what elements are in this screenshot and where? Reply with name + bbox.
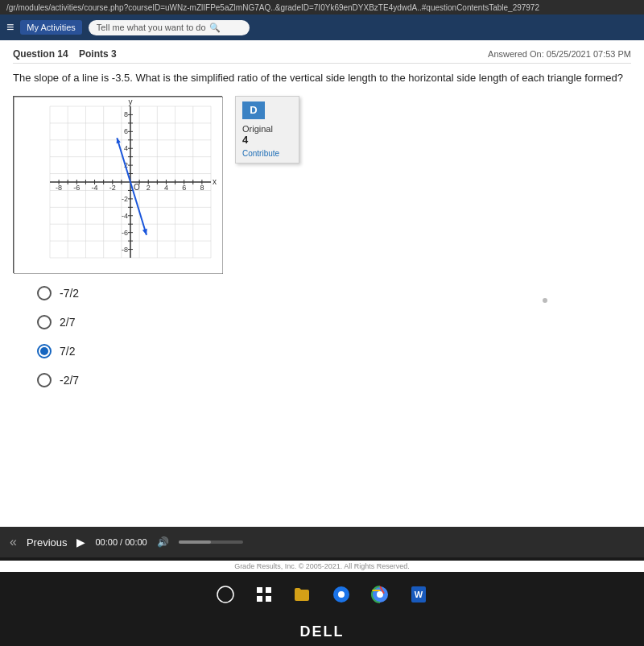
taskbar-chrome-icon[interactable]: [367, 582, 393, 607]
dell-logo: DELL: [300, 623, 345, 640]
nav-bar: ≡ My Activities Tell me what you want to…: [0, 14, 644, 40]
choice-d-label: -2/7: [60, 374, 79, 387]
choice-a[interactable]: -7/2: [37, 286, 631, 300]
footer: Grade Results, Inc. © 2005-2021. All Rig…: [0, 561, 644, 572]
question-info: Question 14 Points 3: [13, 48, 117, 60]
graph-wrapper: [13, 96, 222, 273]
taskbar: W: [0, 572, 644, 617]
svg-point-6: [338, 591, 345, 598]
question-header: Question 14 Points 3 Answered On: 05/25/…: [13, 48, 631, 64]
question-text: The slope of a line is -3.5. What is the…: [13, 70, 631, 86]
svg-point-0: [217, 586, 233, 603]
taskbar-windows-icon[interactable]: [213, 582, 238, 607]
question-points: Points 3: [79, 48, 117, 60]
taskbar-browser-icon[interactable]: [328, 582, 354, 607]
radio-b[interactable]: [37, 315, 52, 329]
graph-area: D Original 4 Contribute: [13, 96, 631, 273]
side-panel-icon: D: [242, 101, 265, 119]
url-bar: /gr/modules/activities/course.php?course…: [0, 0, 644, 14]
svg-rect-3: [257, 596, 262, 602]
svg-text:W: W: [415, 590, 423, 599]
time-display: 00:00 / 00:00: [95, 537, 147, 547]
radio-d[interactable]: [37, 373, 52, 387]
side-panel: D Original 4 Contribute: [235, 96, 299, 164]
choice-c-label: 7/2: [60, 345, 75, 358]
svg-rect-4: [266, 596, 271, 602]
radio-a[interactable]: [37, 286, 52, 300]
choice-d[interactable]: -2/7: [37, 373, 631, 387]
search-text: Tell me what you want to do: [97, 23, 206, 32]
side-panel-original-label: Original: [242, 124, 292, 134]
bottom-toolbar: « Previous ▶ 00:00 / 00:00 🔊: [0, 527, 644, 557]
my-activities-button[interactable]: My Activities: [20, 20, 82, 35]
taskbar-word-icon[interactable]: W: [406, 582, 431, 607]
hamburger-icon[interactable]: ≡: [6, 20, 14, 35]
taskbar-folder-icon[interactable]: [290, 582, 316, 607]
question-number: Question 14: [13, 48, 68, 60]
answer-choices: -7/2 2/7 7/2 -2/7: [13, 286, 631, 387]
dot-decoration: [543, 298, 547, 303]
search-icon[interactable]: 🔍: [209, 23, 221, 33]
url-text: /gr/modules/activities/course.php?course…: [6, 3, 539, 12]
progress-bar[interactable]: [179, 540, 243, 544]
taskbar-grid-icon[interactable]: [251, 582, 277, 607]
time-current: 00:00: [95, 537, 118, 547]
answered-info: Answered On: 05/25/2021 07:53 PM: [488, 49, 631, 59]
choice-b-label: 2/7: [60, 316, 75, 329]
choice-b[interactable]: 2/7: [37, 315, 631, 329]
progress-fill: [179, 540, 211, 544]
choice-a-label: -7/2: [60, 287, 79, 300]
choice-c[interactable]: 7/2: [37, 344, 631, 358]
previous-button[interactable]: Previous: [27, 536, 68, 549]
play-icon[interactable]: ▶: [76, 536, 85, 549]
radio-c-fill: [40, 347, 48, 355]
chevron-left-icon[interactable]: «: [10, 535, 17, 549]
time-total: 00:00: [125, 537, 147, 547]
answered-on: Answered On: 05/25/2021 07:53 PM: [488, 49, 631, 59]
side-panel-icon-label: D: [250, 104, 257, 116]
svg-point-8: [377, 591, 383, 598]
search-bar[interactable]: Tell me what you want to do 🔍: [89, 20, 250, 35]
dell-bar: DELL: [0, 617, 644, 646]
side-panel-original-value: 4: [242, 134, 292, 146]
svg-rect-1: [257, 587, 262, 593]
graph-canvas: [14, 97, 223, 274]
main-content: Question 14 Points 3 Answered On: 05/25/…: [0, 40, 644, 540]
footer-text: Grade Results, Inc. © 2005-2021. All Rig…: [234, 562, 410, 570]
volume-icon[interactable]: 🔊: [157, 536, 169, 548]
radio-c[interactable]: [37, 344, 52, 358]
contribute-link[interactable]: Contribute: [242, 149, 292, 158]
svg-rect-2: [266, 587, 271, 593]
